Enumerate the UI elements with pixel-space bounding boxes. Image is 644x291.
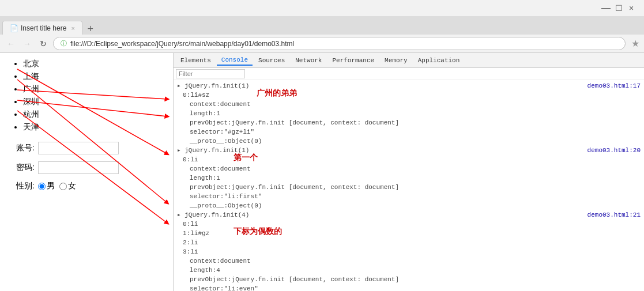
devtools-line: context:document — [176, 164, 642, 173]
right-panel: Elements Console Sources Network Perform… — [173, 53, 644, 291]
devtools-tab-performance[interactable]: Performance — [327, 56, 379, 65]
devtools-tab-network[interactable]: Network — [291, 56, 326, 65]
gender-label: 性别: — [12, 181, 35, 191]
city-shenzhen: 深圳 — [23, 97, 161, 107]
guangzhou-sibling-label: 广州的弟弟 — [257, 88, 297, 99]
first-one-label: 第一个 — [234, 153, 258, 163]
gender-male[interactable]: 男 — [38, 181, 55, 191]
bookmark-btn[interactable]: ★ — [631, 38, 639, 49]
devtools-line: length:1 — [176, 109, 642, 118]
devtools-line: ▸ jQuery.fn.init(4) demo03.html:21 — [176, 210, 642, 220]
devtools-line: __proto__:Object(0) — [176, 137, 642, 146]
account-input[interactable] — [38, 142, 119, 154]
devtools-line: length:4 — [176, 266, 642, 275]
city-beijing: 北京 — [23, 59, 161, 69]
form-section: 账号: 密码: 性别: 男 女 — [12, 142, 161, 191]
back-btn[interactable]: ← — [5, 37, 17, 50]
browser-tab[interactable]: 📄 Insert title here × — [2, 21, 82, 35]
win-max-btn[interactable]: ☐ — [613, 3, 624, 13]
devtools-line: 3:li — [176, 247, 642, 256]
city-shanghai: 上海 — [23, 71, 161, 82]
devtools-tabs: Elements Console Sources Network Perform… — [174, 53, 644, 68]
account-label: 账号: — [12, 143, 35, 153]
win-close-btn[interactable]: × — [626, 3, 637, 13]
new-tab-btn[interactable]: + — [85, 23, 96, 35]
filter-input[interactable] — [176, 69, 245, 78]
browser-chrome: — ☐ × 📄 Insert title here × + ← → ↻ ⓘ fi… — [0, 0, 644, 53]
url-text: file:///D:/Eclipse_workspace/jQuery/src/… — [70, 40, 294, 48]
devtools-line: selector:"li:first" — [176, 192, 642, 201]
password-row: 密码: — [12, 161, 161, 174]
url-bar[interactable]: ⓘ file:///D:/Eclipse_workspace/jQuery/sr… — [53, 37, 626, 50]
devtools-line: ▸ jQuery.fn.init(1) demo03.html:17 — [176, 81, 642, 90]
refresh-btn[interactable]: ↻ — [37, 37, 50, 50]
tab-icon: 📄 — [10, 24, 18, 32]
gender-options: 男 女 — [38, 181, 76, 191]
devtools-line: context:document — [176, 256, 642, 266]
tab-title: Insert title here — [21, 24, 66, 32]
devtools-line: 2:li — [176, 238, 642, 247]
devtools-line: __proto__:Object(0) — [176, 201, 642, 210]
city-guangzhou: 广州 — [23, 84, 161, 95]
devtools-tab-application[interactable]: Application — [413, 56, 465, 65]
devtools-tab-sources[interactable]: Sources — [254, 56, 289, 65]
devtools-line: prevObject:jQuery.fn.init [document, con… — [176, 275, 642, 284]
account-row: 账号: — [12, 142, 161, 154]
devtools-content: ▸ jQuery.fn.init(1) demo03.html:17 0:li#… — [174, 80, 644, 291]
password-input[interactable] — [38, 161, 119, 174]
devtools-tab-console[interactable]: Console — [217, 55, 253, 66]
devtools-line: prevObject:jQuery.fn.init [document, con… — [176, 118, 642, 127]
city-list: 北京 上海 广州 深圳 杭州 天津 — [12, 59, 161, 133]
devtools-line: selector:"#gz+li" — [176, 127, 642, 137]
top-bar: — ☐ × — [0, 0, 644, 16]
address-bar: ← → ↻ ⓘ file:///D:/Eclipse_workspace/jQu… — [0, 35, 644, 53]
city-hangzhou: 杭州 — [23, 109, 161, 120]
win-min-btn[interactable]: — — [600, 3, 612, 13]
win-controls: — ☐ × — [600, 3, 642, 13]
lock-icon: ⓘ — [61, 39, 67, 48]
city-tianjin: 天津 — [23, 122, 161, 133]
tab-bar: 📄 Insert title here × + — [0, 16, 644, 35]
devtools-line: 0:li#sz — [176, 90, 642, 100]
gender-female[interactable]: 女 — [59, 181, 76, 191]
devtools-tab-elements[interactable]: Elements — [176, 56, 216, 65]
forward-btn[interactable]: → — [21, 37, 33, 50]
tab-close-btn[interactable]: × — [71, 25, 74, 32]
gender-row: 性别: 男 女 — [12, 181, 161, 191]
devtools-line: selector:"li:even" — [176, 284, 642, 291]
devtools-line: prevObject:jQuery.fn.init [document, con… — [176, 183, 642, 192]
devtools-line: context:document — [176, 100, 642, 109]
password-label: 密码: — [12, 162, 35, 173]
left-panel: 北京 上海 广州 深圳 杭州 天津 账号: 密码: 性别: 男 — [0, 53, 173, 291]
devtools-tab-memory[interactable]: Memory — [380, 56, 412, 65]
even-label: 下标为偶数的 — [234, 226, 282, 237]
filter-bar — [174, 68, 644, 80]
devtools-line: length:1 — [176, 173, 642, 183]
